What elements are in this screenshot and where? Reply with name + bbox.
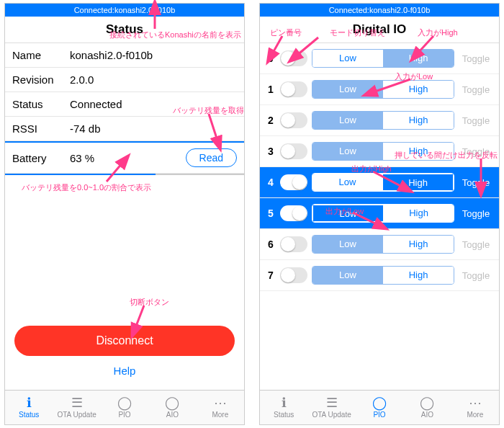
rssi-label: RSSI	[12, 122, 70, 135]
status-content: Name konashi2.0-f010b Revision 2.0.0 Sta…	[5, 43, 244, 390]
high-button[interactable]: High	[383, 143, 454, 160]
toggle-button[interactable]: Toggle	[459, 115, 493, 126]
mode-switch[interactable]	[280, 112, 307, 128]
name-label: Name	[12, 49, 70, 61]
tab-status[interactable]: ℹ︎Status	[260, 391, 307, 424]
toggle-button[interactable]: Toggle	[459, 53, 493, 64]
battery-row: Battery 63 % Read	[5, 143, 244, 174]
low-button[interactable]: Low	[312, 81, 383, 98]
mode-switch[interactable]	[280, 50, 307, 66]
low-high-segment[interactable]: LowHigh	[312, 111, 454, 130]
toggle-button[interactable]: Toggle	[459, 239, 493, 250]
low-high-segment[interactable]: LowHigh	[312, 173, 454, 192]
dio-row-2: 2LowHighToggle	[260, 105, 499, 136]
high-button[interactable]: High	[382, 174, 454, 191]
rssi-row: RSSI -74 db	[5, 117, 244, 141]
mode-switch[interactable]	[280, 267, 307, 283]
tab-ota[interactable]: ☰OTA Update	[53, 391, 100, 424]
info-icon: ℹ︎	[282, 396, 287, 409]
dio-row-3: 3LowHighToggle	[260, 136, 499, 167]
tab-aio-label: AIO	[166, 411, 179, 419]
battery-value: 63 %	[70, 152, 186, 164]
dio-content: 0LowHighToggle1LowHighToggle2LowHighTogg…	[260, 43, 499, 390]
low-button[interactable]: Low	[312, 50, 383, 67]
low-high-segment[interactable]: LowHigh	[312, 235, 454, 254]
low-button[interactable]: Low	[312, 143, 383, 160]
pin-number: 1	[266, 84, 276, 95]
dio-row-4: 4LowHighToggle	[260, 167, 499, 198]
low-high-segment[interactable]: LowHigh	[312, 266, 454, 285]
high-button[interactable]: High	[383, 236, 454, 253]
name-value: konashi2.0-f010b	[70, 49, 237, 61]
wifi-icon: ☰	[326, 396, 338, 409]
mode-switch[interactable]	[280, 205, 307, 221]
help-link[interactable]: Help	[5, 356, 244, 385]
low-high-segment[interactable]: LowHigh	[312, 204, 454, 223]
low-button[interactable]: Low	[312, 174, 382, 191]
low-high-segment[interactable]: LowHigh	[312, 49, 454, 68]
dio-row-6: 6LowHighToggle	[260, 229, 499, 260]
wifi-icon: ☰	[71, 396, 83, 409]
rssi-value: -74 db	[70, 122, 237, 135]
battery-label: Battery	[12, 152, 70, 164]
more-icon: ⋯	[469, 396, 482, 409]
tab-bar: ℹ︎Status ☰OTA Update ◯PIO ◯AIO ⋯More	[260, 390, 499, 424]
tab-ota[interactable]: ☰OTA Update	[307, 391, 355, 424]
dio-row-0: 0LowHighToggle	[260, 43, 499, 74]
pin-number: 5	[266, 208, 276, 219]
tab-pio[interactable]: ◯PIO	[101, 391, 148, 424]
low-button[interactable]: Low	[312, 205, 384, 222]
more-icon: ⋯	[214, 396, 227, 409]
tab-ota-label: OTA Update	[57, 411, 96, 419]
pin-number: 2	[266, 115, 276, 126]
tab-pio[interactable]: ◯PIO	[356, 391, 403, 424]
low-high-segment[interactable]: LowHigh	[312, 80, 454, 99]
pin-number: 3	[266, 146, 276, 157]
mode-switch[interactable]	[280, 236, 307, 252]
tab-more[interactable]: ⋯More	[451, 391, 499, 424]
low-button[interactable]: Low	[312, 236, 383, 253]
revision-value: 2.0.0	[70, 73, 237, 86]
mode-switch[interactable]	[280, 81, 307, 97]
tab-more-label: More	[212, 411, 228, 419]
mode-switch[interactable]	[280, 143, 307, 159]
tab-more-label: More	[467, 411, 483, 419]
tab-more[interactable]: ⋯More	[197, 391, 244, 424]
pio-icon: ◯	[117, 396, 132, 409]
digital-io-screen: Connected:konashi2.0-f010b Digital IO 0L…	[259, 3, 500, 425]
rssi-progress	[5, 141, 244, 143]
connection-header: Connected:konashi2.0-f010b	[5, 4, 244, 17]
toggle-button[interactable]: Toggle	[459, 208, 493, 219]
info-icon: ℹ︎	[27, 396, 32, 409]
low-button[interactable]: Low	[312, 112, 383, 129]
pin-number: 4	[266, 177, 276, 188]
revision-label: Revision	[12, 73, 70, 86]
disconnect-button[interactable]: Disconnect	[14, 326, 234, 356]
high-button[interactable]: High	[383, 81, 454, 98]
read-button[interactable]: Read	[186, 148, 237, 167]
toggle-button[interactable]: Toggle	[459, 84, 493, 95]
tab-aio-label: AIO	[421, 411, 433, 419]
high-button[interactable]: High	[383, 50, 454, 67]
tab-pio-label: PIO	[118, 411, 130, 419]
status-screen: Connected:konashi2.0-f010b Status Name k…	[4, 3, 245, 425]
page-title: Status	[5, 17, 244, 43]
toggle-button[interactable]: Toggle	[459, 146, 493, 157]
low-button[interactable]: Low	[312, 267, 383, 284]
pio-icon: ◯	[372, 396, 387, 409]
high-button[interactable]: High	[384, 205, 454, 222]
revision-row: Revision 2.0.0	[5, 68, 244, 92]
tab-aio[interactable]: ◯AIO	[403, 391, 451, 424]
high-button[interactable]: High	[383, 267, 454, 284]
mode-switch[interactable]	[280, 174, 307, 190]
tab-aio[interactable]: ◯AIO	[148, 391, 196, 424]
toggle-button[interactable]: Toggle	[459, 270, 493, 281]
tab-ota-label: OTA Update	[312, 411, 351, 419]
pin-number: 0	[266, 53, 276, 64]
tab-status[interactable]: ℹ︎Status	[5, 391, 53, 424]
low-high-segment[interactable]: LowHigh	[312, 142, 454, 161]
toggle-button[interactable]: Toggle	[459, 177, 493, 188]
name-row: Name konashi2.0-f010b	[5, 43, 244, 68]
aio-icon: ◯	[420, 396, 434, 409]
high-button[interactable]: High	[383, 112, 454, 129]
